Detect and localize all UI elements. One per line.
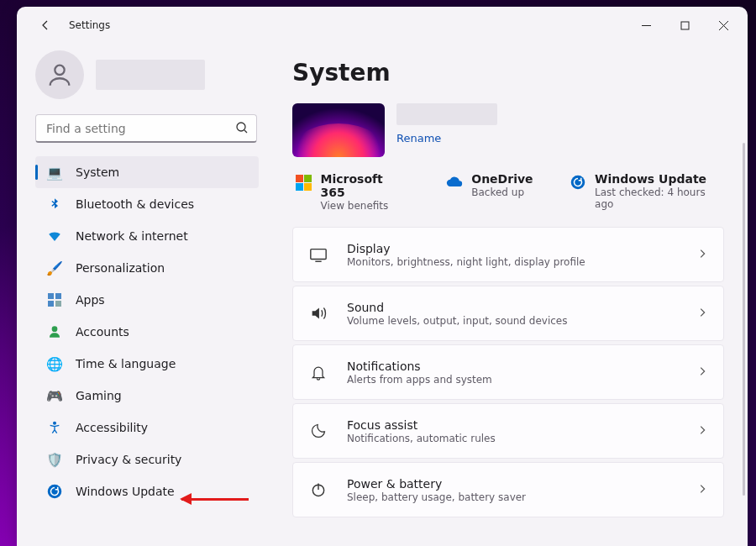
- sidebar-item-privacy[interactable]: 🛡️Privacy & security: [35, 444, 259, 475]
- update-icon: [47, 484, 62, 499]
- network-icon: [47, 228, 62, 244]
- svg-point-10: [571, 176, 585, 190]
- card-focus[interactable]: Focus assistNotifications, automatic rul…: [292, 403, 724, 459]
- personalization-icon: 🖌️: [47, 260, 62, 276]
- sidebar-item-label: Network & internet: [76, 229, 188, 243]
- maximize-button[interactable]: [665, 12, 704, 39]
- update-icon: [570, 174, 587, 191]
- sidebar-item-label: Time & language: [76, 357, 176, 370]
- sidebar-item-bluetooth[interactable]: Bluetooth & devices: [35, 188, 259, 220]
- chevron-right-icon: [696, 365, 708, 381]
- sidebar-item-label: System: [76, 165, 119, 179]
- card-title: Sound: [347, 301, 678, 314]
- privacy-icon: 🛡️: [47, 452, 62, 468]
- svg-point-1: [55, 66, 64, 75]
- profile-block[interactable]: [17, 47, 272, 111]
- sidebar-nav: 💻SystemBluetooth & devicesNetwork & inte…: [17, 155, 272, 507]
- svg-point-9: [48, 485, 62, 499]
- svg-rect-4: [55, 293, 61, 299]
- svg-point-8: [54, 422, 56, 424]
- display-icon: [308, 245, 328, 264]
- system-icon: 💻: [47, 165, 62, 181]
- sidebar-item-system[interactable]: 💻System: [35, 156, 259, 188]
- sidebar-item-label: Bluetooth & devices: [76, 197, 194, 211]
- status-title: OneDrive: [471, 172, 533, 186]
- page-title: System: [292, 59, 724, 87]
- card-sub: Alerts from apps and system: [347, 374, 678, 386]
- sidebar-item-label: Accessibility: [76, 421, 148, 434]
- ms-icon: [296, 174, 312, 191]
- scrollbar[interactable]: [743, 143, 745, 496]
- sidebar-item-label: Gaming: [76, 389, 122, 402]
- sidebar-item-network[interactable]: Network & internet: [35, 220, 259, 252]
- bluetooth-icon: [47, 197, 62, 211]
- sidebar-item-time[interactable]: 🌐Time & language: [35, 348, 259, 380]
- cloud-icon: [446, 174, 463, 191]
- status-title: Windows Update: [595, 172, 724, 186]
- sidebar-item-label: Privacy & security: [76, 453, 181, 466]
- window-title: Settings: [69, 19, 110, 31]
- status-title: Microsoft 365: [321, 172, 410, 199]
- search-input[interactable]: [35, 114, 257, 143]
- rename-link[interactable]: Rename: [396, 132, 441, 144]
- accessibility-icon: [47, 421, 62, 434]
- settings-window: Settings 💻SystemBluetooth & devicesNetwo…: [17, 7, 748, 546]
- bell-icon: [308, 364, 328, 381]
- sidebar-item-personalization[interactable]: 🖌️Personalization: [35, 252, 259, 284]
- card-sound[interactable]: SoundVolume levels, output, input, sound…: [292, 286, 724, 341]
- arrow-left-icon: [39, 18, 52, 32]
- sound-icon: [308, 304, 328, 323]
- pc-name-redacted: [396, 103, 497, 125]
- sidebar-item-accounts[interactable]: Accounts: [35, 316, 259, 348]
- avatar: [35, 50, 84, 99]
- svg-rect-0: [681, 22, 689, 29]
- card-title: Focus assist: [347, 418, 678, 432]
- svg-point-2: [237, 123, 245, 131]
- card-power[interactable]: Power & batterySleep, battery usage, bat…: [292, 462, 724, 517]
- card-sub: Sleep, battery usage, battery saver: [347, 491, 678, 503]
- close-icon: [719, 21, 728, 30]
- status-sub: View benefits: [321, 200, 410, 212]
- svg-rect-6: [55, 301, 61, 307]
- sidebar-item-label: Personalization: [76, 261, 165, 275]
- status-microsoft-365[interactable]: Microsoft 365View benefits: [296, 172, 409, 212]
- person-icon: [45, 60, 74, 89]
- sidebar-item-label: Windows Update: [76, 485, 175, 498]
- chevron-right-icon: [696, 482, 708, 498]
- power-icon: [308, 481, 328, 498]
- maximize-icon: [680, 21, 690, 30]
- sidebar-item-update[interactable]: Windows Update: [35, 475, 259, 507]
- status-sub: Backed up: [471, 186, 533, 198]
- moon-icon: [308, 423, 328, 439]
- sidebar-item-label: Accounts: [76, 325, 129, 339]
- status-onedrive[interactable]: OneDriveBacked up: [446, 172, 533, 212]
- profile-name-redacted: [96, 60, 205, 90]
- desktop-preview[interactable]: [292, 103, 385, 157]
- svg-rect-3: [48, 293, 54, 299]
- minimize-button[interactable]: [627, 12, 665, 39]
- close-button[interactable]: [704, 12, 743, 39]
- card-title: Power & battery: [347, 477, 678, 491]
- back-button[interactable]: [30, 10, 60, 40]
- card-display[interactable]: DisplayMonitors, brightness, night light…: [292, 227, 724, 282]
- gaming-icon: 🎮: [47, 388, 62, 404]
- window-controls: [627, 12, 743, 39]
- sidebar-item-gaming[interactable]: 🎮Gaming: [35, 380, 259, 412]
- status-windows-update[interactable]: Windows UpdateLast checked: 4 hours ago: [570, 172, 724, 212]
- card-title: Display: [347, 242, 678, 255]
- search-icon: [235, 121, 249, 138]
- chevron-right-icon: [696, 247, 708, 263]
- content: 💻SystemBluetooth & devicesNetwork & inte…: [17, 44, 748, 546]
- status-sub: Last checked: 4 hours ago: [595, 186, 724, 210]
- search-box[interactable]: [35, 114, 257, 143]
- chevron-right-icon: [696, 423, 708, 439]
- pc-info-row: Rename: [292, 103, 724, 157]
- sidebar-item-accessibility[interactable]: Accessibility: [35, 412, 259, 444]
- svg-rect-5: [48, 301, 54, 307]
- titlebar: Settings: [17, 7, 748, 44]
- card-notifications[interactable]: NotificationsAlerts from apps and system: [292, 344, 724, 400]
- accounts-icon: [47, 325, 62, 339]
- card-title: Notifications: [347, 360, 678, 373]
- svg-rect-11: [311, 249, 326, 260]
- sidebar-item-apps[interactable]: Apps: [35, 284, 259, 316]
